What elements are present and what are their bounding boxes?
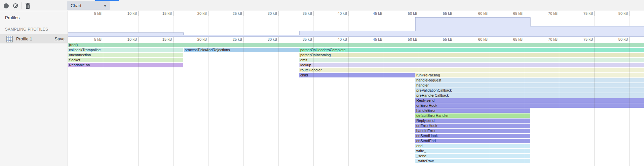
ruler-tick-label: 55 kB: [429, 11, 452, 15]
view-mode-value: Chart: [67, 3, 103, 8]
flame-frame[interactable]: _send: [415, 154, 530, 158]
ruler-tick-label: 30 kB: [254, 11, 277, 15]
block-icon: [13, 3, 18, 8]
ruler-tick-line: [208, 37, 209, 42]
flame-frame[interactable]: write_: [415, 149, 530, 153]
clear-button[interactable]: [11, 2, 20, 10]
flame-gridline: [629, 42, 630, 166]
ruler-tick-label: 55 kB: [429, 37, 452, 41]
ruler-tick-label: 5 kB: [78, 11, 102, 15]
toolbar: Chart ▼: [0, 0, 644, 11]
flame-frame[interactable]: onSendEnd: [415, 139, 530, 143]
flame-frame[interactable]: routeHandler: [299, 68, 644, 72]
ruler-tick-line: [313, 37, 314, 42]
save-profile-link[interactable]: Save: [54, 36, 65, 41]
ruler-tick-label: 5 kB: [78, 37, 102, 41]
profiler-panel: Chart ▼ Profiles SAMPLING PROFILES % Pro…: [0, 0, 644, 166]
flame-frame[interactable]: preValidationCallback: [415, 88, 644, 93]
flame-gridline: [524, 42, 524, 166]
allocation-silhouette: [68, 16, 644, 37]
ruler-tick-label: 70 kB: [534, 37, 558, 41]
ruler-tick-line: [524, 37, 524, 42]
flame-frame[interactable]: lookup: [299, 63, 644, 67]
flame-frame[interactable]: runPreParsing: [415, 73, 644, 77]
flame-frame[interactable]: end: [415, 144, 530, 148]
flame-gridline: [348, 42, 349, 166]
ruler-tick-line: [489, 37, 489, 42]
overview-ruler: 5 kB10 kB15 kB20 kB25 kB30 kB35 kB40 kB4…: [68, 11, 644, 16]
view-mode-select[interactable]: Chart ▼: [67, 1, 110, 10]
ruler-tick-line: [489, 11, 489, 16]
svg-text:%: %: [9, 40, 11, 42]
flame-frame[interactable]: _writeRaw: [415, 159, 530, 163]
ruler-tick-label: 45 kB: [359, 11, 382, 15]
active-tab-indicator: [95, 0, 119, 1]
ruler-tick-line: [278, 37, 279, 42]
flame-frame[interactable]: processTicksAndRejections: [184, 48, 299, 52]
flame-frame[interactable]: Readable.on: [68, 63, 183, 67]
sidebar: Profiles SAMPLING PROFILES % Profile 1 S…: [0, 11, 68, 166]
flame-gridline: [138, 42, 139, 166]
flame-frame[interactable]: Reply.send: [415, 98, 644, 103]
sampling-profiles-section-label: SAMPLING PROFILES: [0, 20, 68, 34]
ruler-tick-label: 15 kB: [148, 37, 172, 41]
ruler-tick-label: 15 kB: [148, 11, 172, 15]
flame-frame[interactable]: parserOnHeadersComplete: [299, 48, 644, 52]
flame-chart-ruler: 5 kB10 kB15 kB20 kB25 kB30 kB35 kB40 kB4…: [68, 37, 644, 42]
ruler-tick-label: 60 kB: [464, 11, 488, 15]
flame-frame[interactable]: defaultErrorHandler: [415, 113, 530, 118]
flame-gridline: [278, 42, 279, 166]
ruler-tick-label: 50 kB: [394, 37, 417, 41]
flame-frame[interactable]: emit: [299, 58, 644, 62]
flame-gridline: [243, 42, 244, 166]
flame-frame[interactable]: handleRequest: [415, 78, 644, 82]
ruler-tick-line: [103, 11, 103, 16]
sidebar-item-profile-1[interactable]: % Profile 1 Save: [0, 34, 68, 43]
ruler-tick-label: 35 kB: [289, 11, 312, 15]
flame-gridline: [208, 42, 209, 166]
ruler-tick-line: [384, 11, 384, 16]
record-button[interactable]: [2, 2, 10, 10]
flame-frame[interactable]: onErrorHook: [415, 103, 644, 108]
sidebar-title: Profiles: [0, 11, 68, 20]
flame-gridline: [103, 42, 103, 166]
flame-frame[interactable]: onErrorHook: [415, 124, 530, 128]
flame-frame[interactable]: callbackTrampoline: [68, 48, 183, 52]
toolbar-divider: [22, 2, 22, 9]
flame-frame[interactable]: parserOnIncoming: [299, 53, 644, 57]
flame-frame[interactable]: handler: [415, 83, 644, 88]
flame-frame[interactable]: Reply.send: [415, 119, 530, 123]
ruler-tick-label: 40 kB: [324, 37, 347, 41]
flame-gridline: [559, 42, 559, 166]
ruler-tick-line: [103, 37, 103, 42]
allocation-overview[interactable]: [68, 16, 644, 37]
flame-gridline: [384, 42, 384, 166]
ruler-tick-line: [524, 11, 524, 16]
flame-frame[interactable]: onconnection: [68, 53, 183, 57]
record-icon: [4, 3, 9, 8]
ruler-tick-label: 10 kB: [113, 11, 137, 15]
flame-frame[interactable]: preHandlerCallback: [415, 93, 644, 98]
flame-frame[interactable]: onSendHook: [415, 134, 530, 138]
flame-frame[interactable]: child: [299, 73, 415, 77]
flame-frame[interactable]: (root): [68, 43, 644, 47]
delete-profile-button[interactable]: [24, 2, 32, 10]
ruler-tick-line: [138, 11, 139, 16]
ruler-tick-label: 80 kB: [604, 37, 628, 41]
ruler-tick-label: 80 kB: [604, 11, 628, 15]
ruler-tick-label: 25 kB: [219, 37, 242, 41]
ruler-tick-label: 25 kB: [219, 11, 242, 15]
ruler-tick-label: 75 kB: [569, 37, 593, 41]
ruler-tick-label: 60 kB: [464, 37, 488, 41]
flame-frame[interactable]: handleError: [415, 129, 530, 133]
flame-frame[interactable]: handleError: [415, 108, 530, 113]
ruler-tick-line: [243, 37, 244, 42]
flame-gridline: [594, 42, 595, 166]
ruler-tick-line: [173, 11, 174, 16]
ruler-tick-line: [559, 11, 559, 16]
ruler-tick-line: [384, 37, 384, 42]
ruler-tick-line: [559, 37, 559, 42]
flame-frame[interactable]: Socket: [68, 58, 183, 62]
ruler-tick-label: 75 kB: [569, 11, 593, 15]
chart-area: 5 kB10 kB15 kB20 kB25 kB30 kB35 kB40 kB4…: [68, 11, 644, 166]
